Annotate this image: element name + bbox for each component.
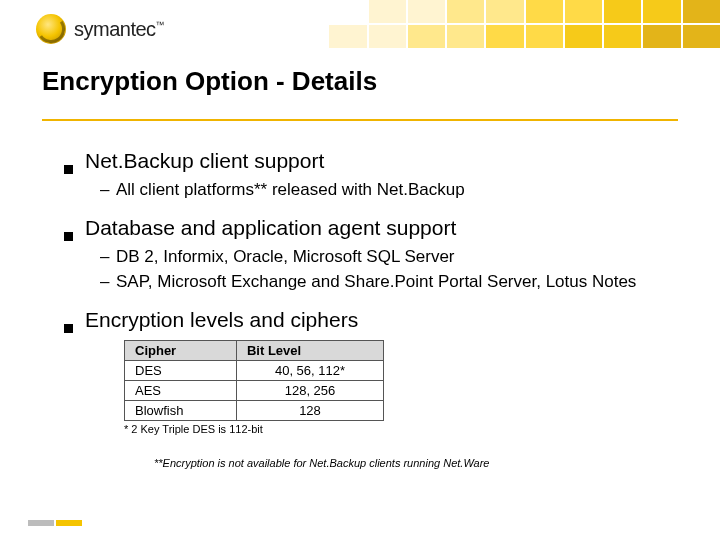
sub-text: DB 2, Informix, Oracle, Microsoft SQL Se… [116,246,455,269]
header-decor-squares [290,0,720,48]
sub-item: – All client platforms** released with N… [100,179,670,202]
bullet-text: Net.Backup client support [85,149,324,173]
footer-bar [56,520,82,526]
brand-block: symantec™ [36,14,164,44]
table-header-cell: Bit Level [236,340,383,360]
title-underline [42,119,678,121]
dash-icon: – [100,180,116,200]
table-cell: Blowfish [125,400,237,420]
table-row: Blowfish 128 [125,400,384,420]
bullet-text: Database and application agent support [85,216,456,240]
footer-bar [28,520,54,526]
bullet-text: Encryption levels and ciphers [85,308,358,332]
dash-icon: – [100,247,116,267]
table-cell: DES [125,360,237,380]
sub-list: – All client platforms** released with N… [100,179,670,202]
brand-tm: ™ [156,20,165,30]
slide-title: Encryption Option - Details [42,66,678,97]
bullet-item: Database and application agent support –… [64,216,670,294]
sub-list: – DB 2, Informix, Oracle, Microsoft SQL … [100,246,670,294]
square-bullet-icon [64,165,73,174]
bullet-list: Net.Backup client support – All client p… [64,149,670,435]
square-bullet-icon [64,232,73,241]
table-cell: 40, 56, 112* [236,360,383,380]
table-header-row: Cipher Bit Level [125,340,384,360]
cipher-table: Cipher Bit Level DES 40, 56, 112* AES 12… [124,340,384,421]
sub-text: SAP, Microsoft Exchange and Share.Point … [116,271,636,294]
slide-body: Net.Backup client support – All client p… [0,131,720,469]
table-row: DES 40, 56, 112* [125,360,384,380]
table-cell: 128 [236,400,383,420]
sub-text: All client platforms** released with Net… [116,179,465,202]
dash-icon: – [100,272,116,292]
slide-footnote: **Encryption is not available for Net.Ba… [154,457,670,469]
brand-logo-icon [36,14,66,44]
table-cell: AES [125,380,237,400]
table-footnote: * 2 Key Triple DES is 112-bit [124,423,384,435]
table-cell: 128, 256 [236,380,383,400]
slide-header: symantec™ [0,0,720,62]
title-block: Encryption Option - Details [0,62,720,131]
table-header-cell: Cipher [125,340,237,360]
brand-name-text: symantec [74,18,156,40]
bullet-item: Net.Backup client support – All client p… [64,149,670,202]
sub-item: – DB 2, Informix, Oracle, Microsoft SQL … [100,246,670,269]
bullet-item: Encryption levels and ciphers Cipher Bit… [64,308,670,435]
square-bullet-icon [64,324,73,333]
cipher-table-block: Cipher Bit Level DES 40, 56, 112* AES 12… [124,340,384,435]
brand-name: symantec™ [74,18,164,41]
sub-item: – SAP, Microsoft Exchange and Share.Poin… [100,271,670,294]
table-row: AES 128, 256 [125,380,384,400]
footer-decor [28,520,82,526]
